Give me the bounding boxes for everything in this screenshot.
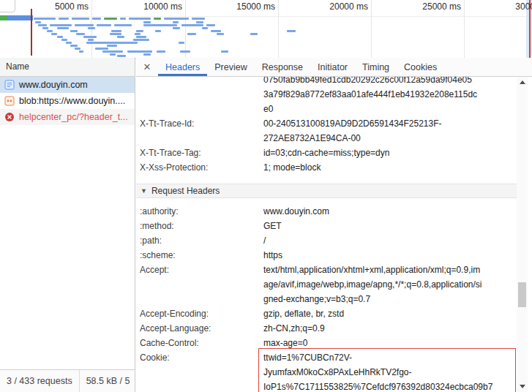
waterfall-bar <box>50 24 72 26</box>
network-status-bar: 3 / 433 requests 58.5 kB / 5 <box>0 369 135 392</box>
waterfall-bar <box>127 50 152 53</box>
waterfall-bar <box>154 18 161 20</box>
waterfall-bar <box>287 30 296 32</box>
waterfall-bar <box>135 33 141 35</box>
waterfall-bar <box>35 21 41 23</box>
waterfall-bar <box>61 39 67 41</box>
header-value: www.douyin.com <box>263 204 515 219</box>
header-entry: :authority:www.douyin.com <box>136 204 517 219</box>
waterfall-bar <box>196 21 203 23</box>
waterfall-bar <box>107 45 117 47</box>
waterfall-bar <box>92 18 101 20</box>
header-key: X-Xss-Protection: <box>136 160 263 175</box>
media-icon <box>4 96 15 106</box>
header-key: X-Tt-Trace-Id: <box>136 116 263 131</box>
waterfall-bar <box>79 50 83 53</box>
scroll-down-icon[interactable] <box>517 381 528 392</box>
waterfall-bar <box>59 18 69 20</box>
header-entry: 0750fab9bb49fed1cdb20292c26c00f12a59da9f… <box>136 77 517 116</box>
header-key: :authority: <box>136 204 263 219</box>
waterfall-bar <box>88 27 95 29</box>
waterfall-bar <box>104 18 117 20</box>
header-entry: Cookie:ttwid=1%7CUBCn72V- JyumfaxM0koCx8… <box>136 350 517 392</box>
name-column-header[interactable]: Name <box>0 58 135 77</box>
close-icon[interactable]: ✕ <box>136 61 158 72</box>
waterfall-bar <box>88 39 94 41</box>
request-row[interactable]: www.douyin.com <box>0 77 135 93</box>
waterfall-bar <box>129 42 138 44</box>
header-value: / <box>263 233 515 248</box>
header-value: 0750fab9bb49fed1cdb20292c26c00f12a59da9f… <box>263 77 515 116</box>
header-entry: :path:/ <box>136 233 517 248</box>
waterfall-bar <box>173 21 179 23</box>
waterfall-bar <box>70 45 78 47</box>
request-headers-section-toggle[interactable]: ▼Request Headers <box>136 184 517 198</box>
waterfall-bar <box>66 42 72 44</box>
waterfall-bar <box>192 18 205 20</box>
waterfall-bar <box>187 33 196 35</box>
waterfall-bar <box>102 50 123 53</box>
waterfall-bar <box>117 36 124 38</box>
waterfall-bar <box>76 33 85 35</box>
waterfall-bar <box>202 27 208 29</box>
tab-initiator[interactable]: Initiator <box>310 58 355 76</box>
scroll-up-icon[interactable] <box>517 77 528 88</box>
waterfall-bar <box>75 24 94 26</box>
header-entry: :method:GET <box>136 219 517 233</box>
waterfall-bar <box>155 30 161 32</box>
header-key: Cookie: <box>136 350 263 365</box>
cookie-value-highlighted: ttwid=1%7CUBCn72V- JyumfaxM0koCx8PAxLeHh… <box>258 348 516 392</box>
tab-response[interactable]: Response <box>255 58 310 76</box>
header-value: 00-240513100819AD9D2D6591434F25213F- 272… <box>263 116 515 146</box>
waterfall-bar <box>129 18 151 20</box>
tab-timing[interactable]: Timing <box>355 58 397 76</box>
tab-preview[interactable]: Preview <box>207 58 254 76</box>
network-overview[interactable]: 5000 ms10000 ms15000 ms20000 ms25000 ms3… <box>0 0 532 59</box>
header-key: :method: <box>136 219 263 233</box>
header-key: X-Tt-Trace-Tag: <box>136 146 263 160</box>
header-key: :path: <box>136 233 263 248</box>
detail-tab-bar: ✕ HeadersPreviewResponseInitiatorTimingC… <box>136 58 532 77</box>
waterfall-bar <box>95 48 108 50</box>
waterfall-bar <box>51 33 57 35</box>
vertical-scrollbar[interactable] <box>517 77 528 392</box>
header-value: id=03;cdn-cache=miss;type=dyn <box>263 146 515 160</box>
waterfall-bar <box>110 33 121 35</box>
request-detail-panel: ✕ HeadersPreviewResponseInitiatorTimingC… <box>136 58 532 392</box>
waterfall-bar <box>86 42 132 44</box>
request-row[interactable]: helpcenter_pc/?header_t... <box>0 109 135 125</box>
transferred-size: 58.5 kB / 5 <box>80 376 135 386</box>
devtools-network-panel: 5000 ms10000 ms15000 ms20000 ms25000 ms3… <box>0 0 532 392</box>
waterfall-bar <box>206 24 215 26</box>
tab-headers[interactable]: Headers <box>158 58 207 76</box>
waterfall-bar <box>180 50 190 53</box>
header-value: GET <box>263 219 515 233</box>
collapse-arrow-icon: ▼ <box>141 184 147 197</box>
scrollbar-thumb[interactable] <box>518 282 526 307</box>
request-name: www.douyin.com <box>19 80 88 90</box>
waterfall-bar <box>57 36 63 38</box>
waterfall-bar <box>110 53 116 56</box>
waterfall-bar <box>72 18 89 20</box>
waterfall-bar <box>164 18 189 20</box>
first-request-bar-blue <box>8 15 33 20</box>
waterfall-bar <box>143 53 151 56</box>
waterfall-bar <box>120 18 126 20</box>
waterfall-bar <box>70 30 78 32</box>
request-list-panel: Name www.douyin.comblob:https://www.douy… <box>0 58 135 392</box>
overview-lane-separator <box>33 16 532 17</box>
header-entry: :scheme:https <box>136 248 517 263</box>
waterfall-bar <box>34 18 56 20</box>
waterfall-bar <box>221 50 228 53</box>
tab-cookies[interactable]: Cookies <box>397 58 444 76</box>
waterfall-bar <box>57 27 69 29</box>
header-key: Accept-Encoding: <box>136 306 263 321</box>
request-name: blob:https://www.douyin.... <box>19 96 125 106</box>
waterfall-bar <box>211 30 221 32</box>
waterfall-bar <box>143 21 151 23</box>
waterfall-bar <box>117 55 126 57</box>
waterfall-bar <box>136 36 146 38</box>
request-row[interactable]: blob:https://www.douyin.... <box>0 93 135 109</box>
section-title: Request Headers <box>151 186 220 196</box>
header-key: Accept: <box>136 263 263 277</box>
